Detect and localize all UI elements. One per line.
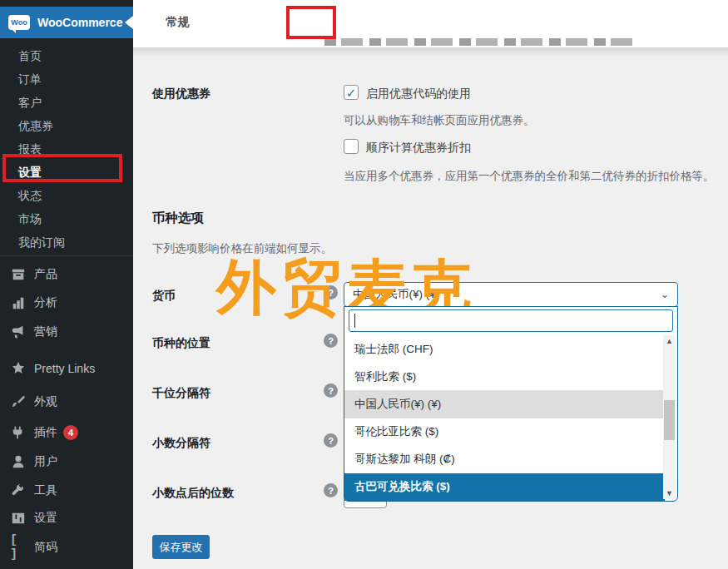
coupons-row-label: 使用优惠券 [152,87,210,101]
menu-label: 插件 [34,425,57,440]
sidebar-item-customers[interactable]: 客户 [0,92,133,112]
menu-label: 营销 [34,324,57,339]
sequential-coupons-description: 当应用多个优惠券，应用第一个优惠券的全价和第二优待券的折扣价格等。 [344,169,715,184]
option-colombian-peso[interactable]: 哥伦比亚比索 ($) [344,418,665,446]
scrollbar-thumb[interactable] [664,400,675,440]
currency-option-list: 瑞士法郎 (CHF) 智利比索 ($) 中国人民币(¥) (¥) 哥伦比亚比索 … [344,335,665,501]
sidebar-item-reports[interactable]: 报表 [0,139,133,159]
sidebar-item-home[interactable]: 首页 [0,46,133,66]
sequential-coupons-checkbox[interactable] [344,139,359,154]
menu-label: 用户 [34,454,57,469]
tools-wrench-icon [10,482,27,499]
settings-tab-bar: 常规 [133,0,728,47]
currency-position-help-icon[interactable]: ? [324,334,338,348]
sidebar-item-status[interactable]: 状态 [0,186,133,205]
settings-sliders-icon [10,510,27,527]
option-chilean-peso[interactable]: 智利比索 ($) [344,363,665,390]
thousand-separator-help-icon[interactable]: ? [324,383,338,398]
sidebar-item-users[interactable]: 用户 [0,452,133,472]
menu-label: 分析 [34,295,57,310]
currency-select-value: 中国人民币(¥) (¥) [353,287,439,302]
decimal-separator-help-icon[interactable]: ? [324,433,338,448]
currency-search-input[interactable] [349,309,673,332]
menu-label: 简码 [34,540,57,555]
scroll-up-arrow-icon[interactable]: ▲ [663,335,676,347]
text-caret [354,314,355,328]
plugins-update-badge: 4 [63,425,78,440]
decimal-places-label: 小数点后的位数 [152,486,234,501]
menu-label: 设置 [34,511,57,526]
currency-position-label: 币种的位置 [152,336,210,351]
woocommerce-logo-icon: Woo [8,15,30,30]
save-changes-button[interactable]: 保存更改 [152,535,210,559]
appearance-brush-icon [10,393,27,410]
products-box-icon [10,266,27,283]
thousand-separator-label: 千位分隔符 [152,386,210,401]
sequential-coupons-label: 顺序计算优惠券折扣 [366,141,471,156]
clipped-text-remnant [324,38,634,46]
option-chinese-yuan[interactable]: 中国人民币(¥) (¥) [344,390,665,418]
enable-coupons-checkbox[interactable]: ✓ [344,85,359,100]
currency-dropdown-panel: 瑞士法郎 (CHF) 智利比索 ($) 中国人民币(¥) (¥) 哥伦比亚比索 … [344,306,678,502]
currency-options-title: 币种选项 [152,210,204,227]
sidebar-item-settings-current[interactable]: 设置 [0,162,133,182]
woocommerce-menu-label: WooCommerce [37,16,122,29]
option-swiss-franc[interactable]: 瑞士法郎 (CHF) [344,335,665,363]
dropdown-scrollbar[interactable]: ▲ ▼ [663,335,676,499]
menu-label: 产品 [34,267,57,282]
menu-label: Pretty Links [34,362,95,375]
currency-help-icon[interactable]: ? [324,285,338,299]
enable-coupons-label: 启用优惠代码的使用 [366,87,471,101]
admin-sidebar: Woo WooCommerce 首页 订单 客户 优惠券 报表 设置 状态 市场… [0,0,133,569]
currency-row-label: 货币 [152,289,176,304]
analytics-chart-icon [10,294,27,311]
scroll-down-arrow-icon[interactable]: ▼ [663,487,676,499]
sidebar-separator [0,255,133,256]
sidebar-item-pretty-links[interactable]: Pretty Links [0,359,133,379]
currency-options-description: 下列选项影响价格在前端如何显示。 [152,241,332,256]
sidebar-item-wp-settings[interactable]: 设置 [0,508,133,528]
sidebar-item-marketplace[interactable]: 市场 [0,209,133,229]
current-menu-arrow-icon [125,16,133,29]
settings-content: 常规 使用优惠券 ✓ 启用优惠代码的使用 可以从购物车和结帐页面应用优惠券。 顺… [133,0,728,569]
option-costa-rican-colon[interactable]: 哥斯达黎加 科朗 (₡) [344,446,665,473]
sidebar-item-marketing[interactable]: 营销 [0,322,133,342]
sidebar-item-analytics[interactable]: 分析 [0,293,133,313]
sidebar-item-my-subscriptions[interactable]: 我的订阅 [0,232,133,252]
sidebar-item-shortcodes[interactable]: [ ] 简码 [0,537,133,557]
decimal-separator-label: 小数分隔符 [152,436,210,451]
checkmark-icon: ✓ [346,87,357,99]
sidebar-item-orders[interactable]: 订单 [0,69,133,89]
woocommerce-settings-page: Woo WooCommerce 首页 订单 客户 优惠券 报表 设置 状态 市场… [0,0,728,569]
menu-label: 外观 [34,394,57,409]
decimal-places-help-icon[interactable]: ? [324,483,338,497]
marketing-megaphone-icon [10,324,27,340]
plugins-plug-icon [10,424,27,441]
pretty-links-star-icon [10,360,27,377]
sidebar-item-products[interactable]: 产品 [0,265,133,284]
shortcodes-brackets-icon: [ ] [10,539,27,556]
sidebar-item-tools[interactable]: 工具 [0,481,133,501]
tab-general[interactable]: 常规 [157,10,198,35]
sidebar-item-coupons[interactable]: 优惠券 [0,116,133,136]
menu-label: 工具 [34,483,57,498]
chevron-down-icon: ⌄ [661,289,669,300]
sidebar-item-plugins[interactable]: 插件 4 [0,423,133,443]
currency-select[interactable]: 中国人民币(¥) (¥) ⌄ [344,282,678,307]
sidebar-item-appearance[interactable]: 外观 [0,392,133,412]
enable-coupons-description: 可以从购物车和结帐页面应用优惠券。 [344,113,535,128]
sidebar-item-woocommerce[interactable]: Woo WooCommerce [0,7,133,38]
users-person-icon [10,453,27,470]
option-cuban-convertible-peso[interactable]: 古巴可兑换比索 ($) [344,473,665,501]
